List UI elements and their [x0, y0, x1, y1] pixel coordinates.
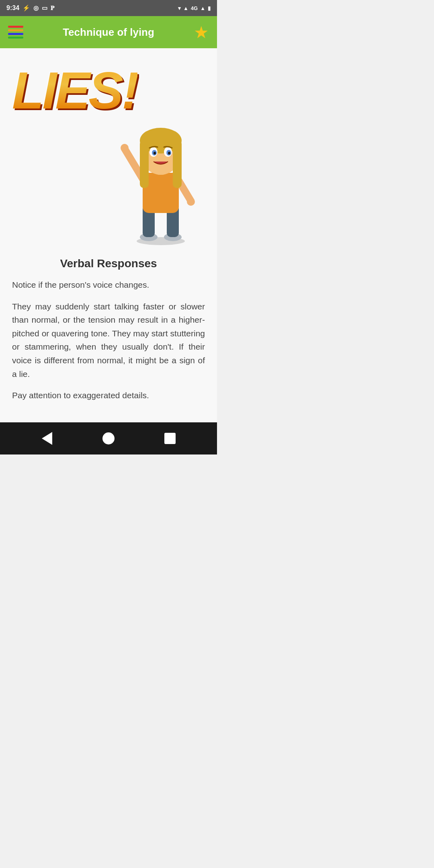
back-icon	[42, 432, 52, 445]
svg-rect-14	[173, 140, 182, 188]
paragraph-1: Notice if the person's voice changes.	[12, 278, 205, 292]
home-button[interactable]	[98, 428, 119, 448]
chrome-icon: ◎	[33, 4, 39, 12]
recents-icon	[164, 433, 176, 444]
status-bar-right: ▾ ▲ 4G ▲ ▮	[178, 5, 211, 11]
svg-rect-13	[140, 140, 149, 188]
bottom-nav	[0, 422, 217, 454]
4g-label: 4G	[191, 5, 198, 11]
paragraph-3: Pay attention to exaggerated details.	[12, 389, 205, 402]
hero-image: LIES!	[0, 48, 217, 249]
app-bar: Technique of lying ★	[0, 16, 217, 48]
pocket-icon: 𝐏	[51, 4, 54, 12]
phone-missed-icon: ⚡	[23, 4, 30, 12]
scroll-area[interactable]: LIES!	[0, 48, 217, 422]
wifi-icon: ▾	[178, 5, 181, 11]
svg-point-9	[187, 198, 195, 206]
main-content: LIES!	[0, 48, 217, 422]
back-button[interactable]	[37, 428, 57, 448]
character-image	[121, 117, 201, 245]
svg-point-19	[154, 152, 156, 155]
status-time: 9:34	[6, 4, 19, 12]
section-title: Verbal Responses	[12, 257, 205, 270]
favorite-button[interactable]: ★	[194, 23, 209, 42]
signal-bars-icon: ▲	[200, 5, 205, 11]
svg-point-7	[121, 144, 129, 152]
text-content-area: Verbal Responses Notice if the person's …	[0, 249, 217, 422]
lies-text: LIES!	[12, 60, 137, 121]
recents-button[interactable]	[160, 428, 180, 448]
status-bar: 9:34 ⚡ ◎ ▭ 𝐏 ▾ ▲ 4G ▲ ▮	[0, 0, 217, 16]
page-title: Technique of lying	[23, 26, 194, 39]
screen-icon: ▭	[42, 4, 47, 12]
status-bar-left: 9:34 ⚡ ◎ ▭ 𝐏	[6, 4, 54, 12]
svg-point-20	[168, 152, 170, 155]
paragraph-2: They may suddenly start talking faster o…	[12, 300, 205, 381]
menu-button[interactable]	[8, 26, 23, 39]
signal-icon: ▲	[183, 5, 188, 11]
home-icon	[102, 432, 115, 444]
battery-icon: ▮	[208, 5, 211, 11]
